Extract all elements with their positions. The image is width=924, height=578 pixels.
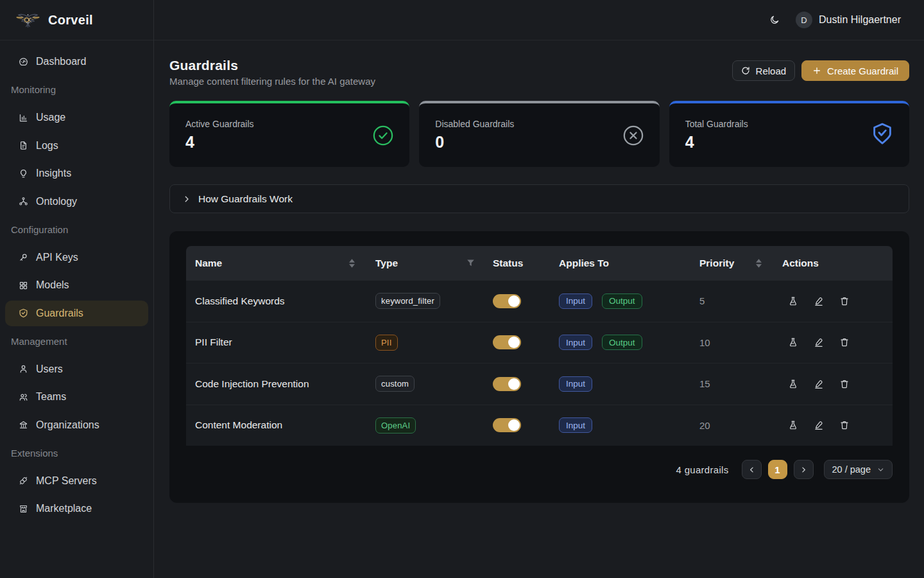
moon-icon	[769, 15, 780, 25]
cell-type: OpenAI	[366, 405, 484, 446]
column-label: Type	[375, 258, 398, 269]
column-header-name[interactable]: Name	[186, 246, 366, 280]
column-label: Status	[493, 258, 523, 269]
sidebar-item-logs[interactable]: Logs	[5, 133, 148, 159]
cell-status	[484, 281, 550, 322]
sidebar-section-configuration: Configuration	[0, 216, 153, 242]
sidebar-item-ontology[interactable]: Ontology	[5, 189, 148, 215]
status-toggle[interactable]	[493, 335, 521, 349]
trash-icon	[839, 420, 850, 430]
sidebar-item-guardrails[interactable]: Guardrails	[5, 301, 148, 326]
test-button[interactable]	[788, 420, 798, 430]
column-label: Priority	[699, 258, 734, 269]
edit-button[interactable]	[814, 296, 824, 306]
reload-icon	[741, 66, 750, 75]
gauge-icon	[19, 57, 28, 67]
delete-button[interactable]	[839, 337, 850, 347]
stat-label: Disabled Guardrails	[435, 119, 514, 129]
sort-icon	[756, 259, 762, 268]
delete-button[interactable]	[839, 379, 850, 389]
sidebar-item-label: Ontology	[36, 196, 77, 207]
page-size-label: 20 / page	[832, 464, 871, 475]
sidebar-item-api-keys[interactable]: API Keys	[5, 245, 148, 270]
trash-icon	[839, 296, 850, 306]
page-actions: Reload Create Guardrail	[732, 60, 909, 81]
close-circle-icon	[623, 125, 644, 146]
stats-row: Active Guardrails 4 Disabled Guardrails …	[169, 101, 909, 167]
toggle-knob	[508, 337, 520, 348]
topbar: D Dustin Hilgaertner	[154, 0, 924, 40]
sidebar-item-label: Models	[36, 279, 69, 291]
sidebar-item-models[interactable]: Models	[5, 272, 148, 298]
cell-name: Classified Keywords	[186, 281, 366, 322]
create-guardrail-button[interactable]: Create Guardrail	[801, 60, 909, 81]
stat-value: 4	[185, 133, 254, 152]
key-icon	[19, 252, 28, 262]
chevron-left-icon	[748, 466, 755, 473]
applies-to-input-badge: Input	[559, 376, 592, 392]
sidebar-item-marketplace[interactable]: Marketplace	[5, 496, 148, 521]
reload-button[interactable]: Reload	[732, 60, 796, 81]
cell-type: keyword_filter	[366, 281, 484, 322]
sidebar-item-mcp-servers[interactable]: MCP Servers	[5, 468, 148, 494]
trash-icon	[839, 337, 850, 347]
edit-button[interactable]	[814, 420, 824, 430]
status-toggle[interactable]	[493, 294, 521, 308]
sidebar-item-teams[interactable]: Teams	[5, 384, 148, 410]
delete-button[interactable]	[839, 296, 850, 306]
brand-name: Corveil	[48, 13, 93, 28]
status-toggle[interactable]	[493, 377, 521, 391]
chevron-down-icon	[877, 466, 884, 473]
edit-button[interactable]	[814, 379, 824, 389]
main-area: D Dustin Hilgaertner Guardrails Manage c…	[154, 0, 924, 578]
avatar[interactable]: D	[796, 12, 812, 28]
column-label: Actions	[782, 258, 819, 269]
how-guardrails-work-panel[interactable]: How Guardrails Work	[169, 184, 909, 213]
cell-status	[484, 363, 550, 405]
column-header-actions: Actions	[773, 246, 893, 280]
cell-priority: 20	[690, 405, 773, 446]
type-tag: OpenAI	[375, 417, 416, 434]
column-label: Name	[195, 258, 222, 269]
theme-toggle-button[interactable]	[764, 10, 785, 30]
cell-type: custom	[366, 363, 484, 405]
corveil-logo-icon	[16, 12, 40, 28]
sidebar-item-users[interactable]: Users	[5, 356, 148, 382]
page-header: Guardrails Manage content filtering rule…	[169, 58, 909, 87]
stat-text: Disabled Guardrails 0	[435, 119, 514, 152]
user-name[interactable]: Dustin Hilgaertner	[819, 14, 901, 26]
edit-button[interactable]	[814, 337, 824, 347]
column-header-type[interactable]: Type	[366, 246, 484, 280]
bar-chart-icon	[19, 113, 28, 123]
sidebar: Corveil Dashboard Monitoring Usage Logs …	[0, 0, 154, 578]
sidebar-item-dashboard[interactable]: Dashboard	[5, 49, 148, 74]
test-button[interactable]	[788, 379, 798, 389]
applies-to-output-badge: Output	[602, 335, 642, 350]
create-guardrail-label: Create Guardrail	[827, 66, 898, 76]
chevron-right-icon	[800, 466, 807, 473]
sidebar-item-label: Marketplace	[36, 503, 92, 514]
check-circle-icon	[373, 125, 393, 146]
sidebar-item-insights[interactable]: Insights	[5, 161, 148, 186]
test-button[interactable]	[788, 337, 798, 347]
stat-text: Total Guardrails 4	[685, 119, 748, 152]
test-button[interactable]	[788, 296, 798, 306]
stat-text: Active Guardrails 4	[185, 119, 254, 152]
shield-check-icon	[873, 125, 893, 146]
toggle-knob	[508, 419, 520, 431]
type-tag: PII	[375, 335, 398, 351]
brand-header: Corveil	[0, 0, 153, 40]
next-page-button[interactable]	[794, 460, 814, 479]
filter-icon[interactable]	[466, 258, 475, 268]
pencil-icon	[814, 379, 824, 389]
delete-button[interactable]	[839, 420, 850, 430]
page-1-button[interactable]: 1	[768, 460, 787, 479]
sidebar-item-usage[interactable]: Usage	[5, 105, 148, 130]
sidebar-item-organizations[interactable]: Organizations	[5, 412, 148, 438]
status-toggle[interactable]	[493, 418, 521, 432]
reload-label: Reload	[756, 66, 787, 76]
column-header-priority[interactable]: Priority	[690, 246, 773, 280]
previous-page-button[interactable]	[742, 460, 762, 479]
sidebar-item-label: Organizations	[36, 419, 99, 431]
page-size-select[interactable]: 20 / page	[824, 460, 893, 479]
